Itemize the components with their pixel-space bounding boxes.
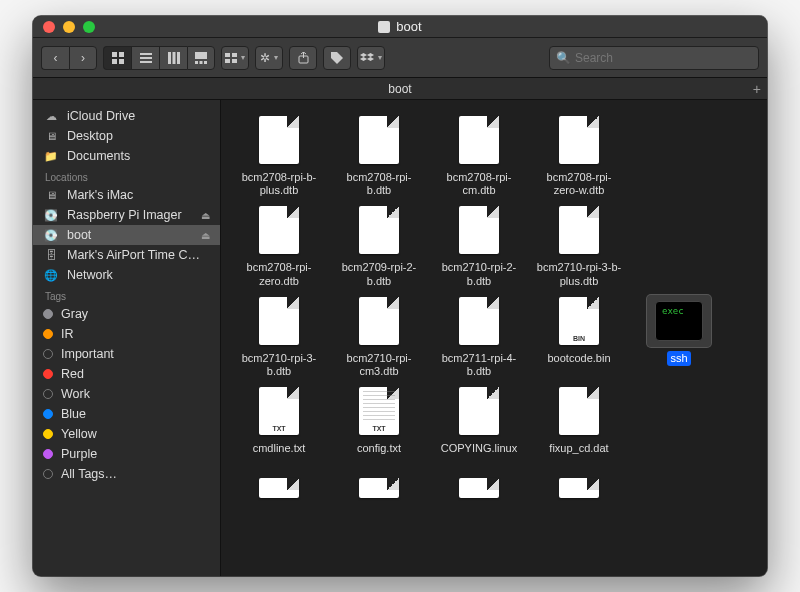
sidebar-item-label: Desktop: [67, 129, 113, 143]
tag-dot-icon: [43, 409, 53, 419]
folder-icon: 📁: [43, 150, 59, 162]
globe-icon: 🌐: [43, 269, 59, 281]
share-button[interactable]: [289, 46, 317, 70]
document-icon: [459, 206, 499, 254]
arrange-button[interactable]: [221, 46, 249, 70]
file-grid[interactable]: bcm2708-rpi-b-plus.dtbbcm2708-rpi-b.dtbb…: [221, 100, 767, 576]
file-bcm2710-rpi-2-b-dtb[interactable]: bcm2710-rpi-2-b.dtb: [431, 204, 527, 288]
svg-rect-5: [140, 57, 152, 59]
document-icon: [559, 206, 599, 254]
share-icon: [298, 52, 309, 64]
file-item[interactable]: [531, 462, 627, 514]
document-icon: [459, 297, 499, 345]
sidebar-tag-purple[interactable]: Purple: [33, 444, 220, 464]
sidebar-item-documents[interactable]: 📁Documents: [33, 146, 220, 166]
file-item[interactable]: [431, 462, 527, 514]
document-icon: [359, 478, 399, 498]
document-icon: [259, 206, 299, 254]
view-switcher: [103, 46, 215, 70]
file-bcm2708-rpi-zero-w-dtb[interactable]: bcm2708-rpi-zero-w.dtb: [531, 114, 627, 198]
file-config-txt[interactable]: TXTconfig.txt: [331, 385, 427, 456]
search-input[interactable]: [575, 51, 752, 65]
sidebar-item-label: Red: [61, 367, 84, 381]
body: ☁︎iCloud Drive🖥Desktop📁Documents Locatio…: [33, 100, 767, 576]
icon-view-button[interactable]: [103, 46, 131, 70]
document-icon: [459, 478, 499, 498]
sidebar-item-desktop[interactable]: 🖥Desktop: [33, 126, 220, 146]
file-name-label: bootcode.bin: [545, 351, 614, 366]
document-icon: [359, 206, 399, 254]
file-name-label: cmdline.txt: [250, 441, 309, 456]
sidebar-item-raspberry-pi-imager[interactable]: 💽Raspberry Pi Imager⏏: [33, 205, 220, 225]
search-field[interactable]: 🔍: [549, 46, 759, 70]
svg-rect-15: [232, 53, 237, 57]
arrange-icon: [225, 53, 237, 63]
tags-button[interactable]: [323, 46, 351, 70]
file-bootcode-bin[interactable]: BINbootcode.bin: [531, 295, 627, 379]
file-item[interactable]: [231, 462, 327, 514]
tag-dot-icon: [43, 469, 53, 479]
sidebar: ☁︎iCloud Drive🖥Desktop📁Documents Locatio…: [33, 100, 221, 576]
file-bcm2710-rpi-3-b-plus-dtb[interactable]: bcm2710-rpi-3-b-plus.dtb: [531, 204, 627, 288]
sidebar-item-mark-s-imac[interactable]: 🖥Mark's iMac: [33, 185, 220, 205]
column-view-button[interactable]: [159, 46, 187, 70]
sidebar-locations-header: Locations: [33, 166, 220, 185]
svg-rect-7: [168, 52, 171, 64]
svg-rect-4: [140, 53, 152, 55]
file-item[interactable]: [331, 462, 427, 514]
sidebar-item-network[interactable]: 🌐Network: [33, 265, 220, 285]
file-fixup-cd-dat[interactable]: fixup_cd.dat: [531, 385, 627, 456]
back-button[interactable]: ‹: [41, 46, 69, 70]
file-cmdline-txt[interactable]: TXTcmdline.txt: [231, 385, 327, 456]
toolbar: ‹ › ✲: [33, 38, 767, 78]
sidebar-item-label: Mark's AirPort Time C…: [67, 248, 200, 262]
list-view-button[interactable]: [131, 46, 159, 70]
file-bcm2708-rpi-cm-dtb[interactable]: bcm2708-rpi-cm.dtb: [431, 114, 527, 198]
file-ssh[interactable]: ssh: [631, 295, 727, 379]
eject-icon[interactable]: ⏏: [201, 230, 210, 241]
sidebar-tag-important[interactable]: Important: [33, 344, 220, 364]
search-icon: 🔍: [556, 52, 571, 64]
svg-rect-11: [195, 61, 198, 64]
sidebar-tag-yellow[interactable]: Yellow: [33, 424, 220, 444]
file-bcm2710-rpi-cm3-dtb[interactable]: bcm2710-rpi-cm3.dtb: [331, 295, 427, 379]
cloud-icon: ☁︎: [43, 110, 59, 122]
dropbox-button[interactable]: [357, 46, 385, 70]
file-bcm2708-rpi-zero-dtb[interactable]: bcm2708-rpi-zero.dtb: [231, 204, 327, 288]
document-icon: [459, 387, 499, 435]
gallery-view-button[interactable]: [187, 46, 215, 70]
tag-dot-icon: [43, 429, 53, 439]
file-name-label: bcm2710-rpi-3-b-plus.dtb: [532, 260, 626, 288]
file-bcm2708-rpi-b-dtb[interactable]: bcm2708-rpi-b.dtb: [331, 114, 427, 198]
sidebar-item-icloud-drive[interactable]: ☁︎iCloud Drive: [33, 106, 220, 126]
sidebar-tag-blue[interactable]: Blue: [33, 404, 220, 424]
forward-button[interactable]: ›: [69, 46, 97, 70]
new-tab-button[interactable]: +: [753, 81, 761, 97]
file-name-label: bcm2710-rpi-cm3.dtb: [332, 351, 426, 379]
sidebar-item-label: All Tags…: [61, 467, 117, 481]
document-icon: [359, 116, 399, 164]
svg-rect-14: [225, 53, 230, 57]
sidebar-item-mark-s-airport-time-c-[interactable]: 🗄Mark's AirPort Time C…: [33, 245, 220, 265]
document-icon: [259, 478, 299, 498]
tag-dot-icon: [43, 309, 53, 319]
nav-buttons: ‹ ›: [41, 46, 97, 70]
file-bcm2711-rpi-4-b-dtb[interactable]: bcm2711-rpi-4-b.dtb: [431, 295, 527, 379]
file-bcm2708-rpi-b-plus-dtb[interactable]: bcm2708-rpi-b-plus.dtb: [231, 114, 327, 198]
sidebar-tag-all-tags-[interactable]: All Tags…: [33, 464, 220, 484]
disk-icon: [378, 21, 390, 33]
file-bcm2710-rpi-3-b-dtb[interactable]: bcm2710-rpi-3-b.dtb: [231, 295, 327, 379]
eject-icon[interactable]: ⏏: [201, 210, 210, 221]
sidebar-tag-ir[interactable]: IR: [33, 324, 220, 344]
sidebar-item-label: Blue: [61, 407, 86, 421]
action-button[interactable]: ✲: [255, 46, 283, 70]
file-copying-linux[interactable]: COPYING.linux: [431, 385, 527, 456]
file-bcm2709-rpi-2-b-dtb[interactable]: bcm2709-rpi-2-b.dtb: [331, 204, 427, 288]
file-name-label: bcm2708-rpi-b.dtb: [332, 170, 426, 198]
sidebar-tag-work[interactable]: Work: [33, 384, 220, 404]
sidebar-item-boot[interactable]: 💽boot⏏: [33, 225, 220, 245]
sidebar-tag-red[interactable]: Red: [33, 364, 220, 384]
document-icon: [559, 478, 599, 498]
tab-label[interactable]: boot: [388, 82, 411, 96]
sidebar-tag-gray[interactable]: Gray: [33, 304, 220, 324]
